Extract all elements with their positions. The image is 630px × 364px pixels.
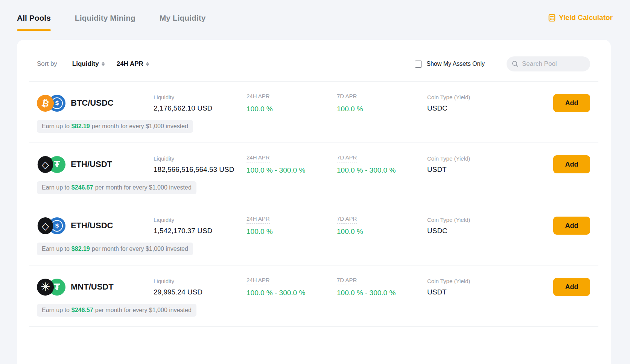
pool-pair-name: MNT/USDT <box>71 282 114 292</box>
earn-suffix: per month for every $1,000 invested <box>92 123 188 130</box>
earn-amount: $246.57 <box>72 184 93 191</box>
sort-arrows-icon <box>102 62 105 66</box>
apr-7d-cell: 7D APR 100.0 % - 300.0 % <box>337 277 427 297</box>
liquidity-cell: Liquidity 29,995.24 USD <box>154 278 247 296</box>
coin-type-value: USDC <box>427 104 515 112</box>
earn-suffix: per month for every $1,000 invested <box>95 307 192 314</box>
add-liquidity-button[interactable]: Add <box>553 94 590 112</box>
liquidity-value: 182,566,516,564.53 USD <box>154 165 247 174</box>
apr-24h-value: 100.0 % <box>247 105 337 113</box>
apr-24h-cell: 24H APR 100.0 % - 300.0 % <box>247 154 337 174</box>
tab-label: My Liquidity <box>160 13 206 23</box>
sort-by-liquidity-button[interactable]: Liquidity <box>72 60 105 68</box>
sort-by-label: Sort by <box>37 60 57 68</box>
apr-7d-cell: 7D APR 100.0 % - 300.0 % <box>337 154 427 174</box>
apr-24h-cell: 24H APR 100.0 % - 300.0 % <box>247 277 337 297</box>
tab-liquidity-mining[interactable]: Liquidity Mining <box>75 13 135 31</box>
add-liquidity-button[interactable]: Add <box>553 155 590 173</box>
calculator-icon <box>548 14 556 22</box>
coin-type-column-label: Coin Type (Yield) <box>427 155 515 162</box>
earn-amount: $82.19 <box>72 246 90 252</box>
liquidity-value: 1,542,170.37 USD <box>154 227 247 235</box>
earn-amount: $246.57 <box>72 307 93 314</box>
search-pool-input[interactable] <box>522 60 585 68</box>
liquidity-column-label: Liquidity <box>154 155 247 162</box>
coin-type-column-label: Coin Type (Yield) <box>427 217 515 223</box>
pool-pair: ₿ $ BTC/USDC <box>37 95 154 112</box>
search-icon <box>512 61 519 67</box>
apr-24h-column-label[interactable]: 24H APR <box>247 277 270 285</box>
coin-type-value: USDT <box>427 288 515 296</box>
pool-pair: ✳ ₮ MNT/USDT <box>37 279 154 296</box>
pool-pair: ◇ ₮ ETH/USDT <box>37 156 154 173</box>
apr-24h-column-label[interactable]: 24H APR <box>247 93 270 101</box>
yield-calculator-link[interactable]: Yield Calculator <box>548 14 613 22</box>
liquidity-cell: Liquidity 2,176,562.10 USD <box>154 94 247 112</box>
tab-my-liquidity[interactable]: My Liquidity <box>160 13 206 31</box>
coin-type-column-label: Coin Type (Yield) <box>427 94 515 100</box>
show-my-assets-label: Show My Assets Only <box>426 61 485 67</box>
tab-label: All Pools <box>17 13 51 23</box>
add-liquidity-button[interactable]: Add <box>553 278 590 296</box>
apr-7d-value: 100.0 % <box>337 228 427 236</box>
pools-card: Sort by Liquidity 24H APR Show My Assets… <box>17 40 611 364</box>
pool-row: ◇ $ ETH/USDC Liquidity 1,542,170.37 USD … <box>17 204 611 265</box>
pool-pair-name: ETH/USDC <box>71 221 113 231</box>
coin-type-cell: Coin Type (Yield) USDT <box>427 155 515 174</box>
earn-prefix: Earn up to <box>42 246 70 252</box>
liquidity-column-label: Liquidity <box>154 217 247 223</box>
yield-calculator-label: Yield Calculator <box>559 14 613 22</box>
apr-7d-column-label[interactable]: 7D APR <box>337 215 357 224</box>
apr-7d-cell: 7D APR 100.0 % <box>337 215 427 236</box>
tab-label: Liquidity Mining <box>75 13 135 23</box>
divider <box>29 326 598 327</box>
apr-24h-value: 100.0 % <box>247 228 337 236</box>
apr-24h-value: 100.0 % - 300.0 % <box>247 166 337 174</box>
liquidity-cell: Liquidity 182,566,516,564.53 USD <box>154 155 247 174</box>
pool-list: ₿ $ BTC/USDC Liquidity 2,176,562.10 USD … <box>17 82 611 327</box>
apr-24h-column-label[interactable]: 24H APR <box>247 154 270 162</box>
apr-24h-value: 100.0 % - 300.0 % <box>247 289 337 297</box>
apr-24h-column-label[interactable]: 24H APR <box>247 215 270 224</box>
earn-estimate-badge: Earn up to $246.57 per month for every $… <box>37 304 196 317</box>
apr-7d-cell: 7D APR 100.0 % <box>337 93 427 113</box>
earn-suffix: per month for every $1,000 invested <box>92 246 188 252</box>
apr-7d-value: 100.0 % - 300.0 % <box>337 166 427 174</box>
eth-coin-icon: ◇ <box>38 156 53 173</box>
apr-7d-value: 100.0 % - 300.0 % <box>337 289 427 297</box>
show-my-assets-toggle[interactable]: Show My Assets Only <box>415 61 485 68</box>
coin-type-cell: Coin Type (Yield) USDT <box>427 278 515 296</box>
coin-type-cell: Coin Type (Yield) USDC <box>427 94 515 112</box>
liquidity-cell: Liquidity 1,542,170.37 USD <box>154 217 247 235</box>
apr-7d-column-label[interactable]: 7D APR <box>337 93 357 101</box>
pool-pair-name: BTC/USDC <box>71 98 114 108</box>
eth-coin-icon: ◇ <box>38 217 53 234</box>
show-my-assets-checkbox[interactable] <box>415 61 422 68</box>
pool-row: ✳ ₮ MNT/USDT Liquidity 29,995.24 USD 24H… <box>17 265 611 326</box>
tab-all-pools[interactable]: All Pools <box>17 13 51 31</box>
pools-tab-bar: All Pools Liquidity Mining My Liquidity … <box>0 0 630 31</box>
apr-7d-value: 100.0 % <box>337 105 427 113</box>
earn-estimate-badge: Earn up to $82.19 per month for every $1… <box>37 243 193 255</box>
active-tab-underline <box>17 29 51 31</box>
pool-pair: ◇ $ ETH/USDC <box>37 217 154 234</box>
apr-24h-cell: 24H APR 100.0 % <box>247 93 337 113</box>
add-liquidity-button[interactable]: Add <box>553 217 590 235</box>
liquidity-column-label: Liquidity <box>154 278 247 284</box>
sort-arrows-icon <box>146 62 149 66</box>
pools-toolbar: Sort by Liquidity 24H APR Show My Assets… <box>17 40 611 81</box>
pool-row: ₿ $ BTC/USDC Liquidity 2,176,562.10 USD … <box>17 82 611 143</box>
coin-type-column-label: Coin Type (Yield) <box>427 278 515 284</box>
search-pool-box[interactable] <box>507 56 590 71</box>
earn-estimate-badge: Earn up to $82.19 per month for every $1… <box>37 120 193 133</box>
liquidity-value: 2,176,562.10 USD <box>154 104 247 112</box>
apr-7d-column-label[interactable]: 7D APR <box>337 277 357 285</box>
pool-pair-name: ETH/USDT <box>71 159 112 169</box>
sort-by-24h-apr-button[interactable]: 24H APR <box>117 60 149 68</box>
pool-row: ◇ ₮ ETH/USDT Liquidity 182,566,516,564.5… <box>17 143 611 204</box>
earn-prefix: Earn up to <box>42 184 70 191</box>
earn-amount: $82.19 <box>72 123 90 130</box>
coin-type-value: USDC <box>427 227 515 235</box>
coin-type-value: USDT <box>427 165 515 174</box>
apr-7d-column-label[interactable]: 7D APR <box>337 154 357 162</box>
